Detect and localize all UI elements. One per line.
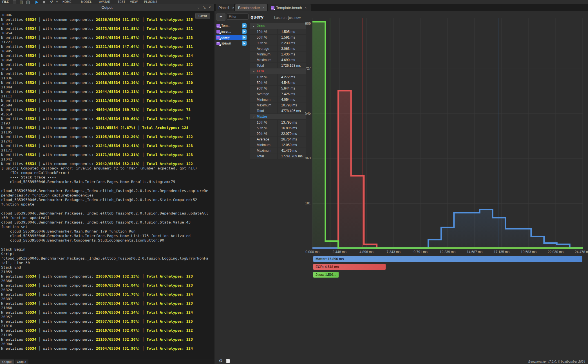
tab-template-bench[interactable]: Template.bench× [268, 4, 311, 11]
tab-close-icon[interactable]: × [262, 6, 265, 10]
histogram-svg [312, 18, 583, 249]
console-line: cloud_5853950046.Benchmarker.Packages._I… [1, 211, 208, 216]
benchmark-item-spawn[interactable]: spawn [216, 41, 247, 46]
stat-label: 90th % [250, 86, 277, 91]
console-line: 21241 [1, 139, 208, 144]
stop-button-icon[interactable] [43, 1, 45, 3]
save-file-icon[interactable] [26, 1, 30, 4]
stat-value: 2.230 ms [278, 40, 306, 46]
console-line: N entities 65534 │ with common component… [1, 26, 208, 31]
gear-icon[interactable]: ⚙ [219, 358, 223, 363]
stat-label: Minimum [250, 52, 277, 57]
console-line: 31221 [1, 40, 208, 44]
console-line: N entities 65534 │ with common component… [1, 99, 208, 103]
benchmark-item-label: spawn [221, 41, 231, 45]
filter-input[interactable] [227, 14, 249, 20]
dock-icon[interactable]: ⤡ [202, 5, 207, 10]
result-title: query [251, 14, 263, 20]
stat-value: 3.063 ms [278, 46, 306, 51]
script-icon [216, 36, 220, 39]
console-line: N entities 65534 │ with common component… [1, 90, 208, 94]
stat-label: Total [250, 63, 277, 68]
menu-plugins[interactable]: PLUGINS [144, 0, 157, 3]
stat-value: 4.690 ms [278, 57, 306, 62]
run-benchmark-button[interactable] [242, 35, 247, 40]
menu-home[interactable]: HOME [62, 0, 71, 3]
legend-label: Jecs: 1.591... [313, 272, 339, 278]
benchmark-item-label: query [221, 35, 230, 39]
console-line: :50 function updateAll [1, 216, 208, 220]
stats-section-name: Jecs [257, 24, 265, 28]
stat-value: 41.479 ms [278, 148, 306, 153]
docs-book-icon[interactable] [226, 359, 230, 363]
console-line: 21016 [1, 324, 208, 328]
close-icon[interactable]: × [207, 5, 212, 9]
stats-row: 10th %1.505 ms [250, 29, 306, 34]
y-axis-tick: 181 [295, 201, 311, 205]
stats-section-name: Matter [257, 115, 267, 119]
legend-bar-jecs[interactable]: Jecs: 1.591... [313, 272, 339, 278]
console-line: [Fusion] Computed callback error: invali… [1, 166, 208, 171]
add-benchmark-button[interactable]: + [216, 13, 225, 21]
open-file-icon[interactable] [20, 1, 23, 4]
stat-label: 10th % [250, 120, 277, 125]
menu-test[interactable]: TEST [118, 0, 126, 3]
console-line: Script [1, 252, 208, 256]
stat-label: Average [250, 137, 277, 142]
output-console[interactable]: 20886N entities 65534 │ with common comp… [0, 11, 214, 359]
menu-avatar[interactable]: AVATAR [99, 0, 110, 3]
x-axis-tick: 24.478 ms [571, 250, 588, 254]
tab-close-icon[interactable]: × [305, 6, 307, 10]
console-line: N entities 65534 │ with common component… [1, 274, 208, 279]
stats-row: 90th %22.070 ms [250, 131, 306, 136]
menu-view[interactable]: VIEW [130, 0, 138, 3]
legend-bar-matter[interactable]: Matter: 16.896 ms [313, 256, 582, 262]
stat-value: 4.548 ms [278, 80, 306, 85]
stats-row: Maximum41.479 ms [250, 148, 306, 153]
new-file-icon[interactable] [13, 1, 16, 4]
collapse-icon[interactable]: ⌄ [196, 5, 201, 9]
benchmark-item-Tem[interactable]: Tem... [216, 23, 247, 28]
chevron-down-icon: ⌄ [252, 69, 255, 73]
console-line: 20886 [1, 13, 208, 17]
benchmark-item-inser[interactable]: inser... [216, 29, 247, 34]
file-menu[interactable]: FILE [2, 0, 9, 3]
stats-row: 10th %4.272 ms [250, 74, 306, 80]
stat-value: 12.050 ms [278, 142, 306, 148]
console-line: 21042 [1, 157, 208, 162]
console-line: cloud_5853950046.Benchmarker.Main.Runner… [1, 229, 208, 234]
undo-icon[interactable]: ↺ [50, 0, 53, 4]
run-benchmark-button[interactable] [242, 41, 247, 46]
legend-bar-ecr[interactable]: ECR: 4.548 ms [313, 264, 386, 270]
script-icon [216, 42, 220, 45]
console-line [1, 207, 208, 211]
output-bottom-tab-2[interactable]: Output [15, 359, 28, 364]
tab-close-icon[interactable]: × [232, 6, 234, 10]
legend-label: Matter: 16.896 ms [313, 256, 582, 262]
run-benchmark-button[interactable] [242, 23, 247, 28]
play-button-icon[interactable] [35, 1, 38, 4]
console-line: N entities 65534 │ with common component… [1, 144, 208, 148]
clear-button[interactable]: Clear [195, 13, 210, 19]
benchmark-item-query[interactable]: query [216, 35, 247, 40]
undo-dropdown-icon[interactable]: ▾ [56, 0, 58, 3]
stats-row: Average7.426 ms [250, 91, 306, 97]
histogram-chart [312, 18, 583, 249]
benchmarker-panel: + Tem...inser...queryspawn query Last ru… [214, 11, 588, 364]
stat-value: 22.070 ms [278, 131, 306, 136]
console-line: cloud_5853950046.Benchmarker.Main.Interf… [1, 180, 208, 184]
result-last-run: Last run: just now [274, 16, 301, 20]
console-line: 21044 [1, 85, 208, 90]
output-bottom-tab-1[interactable]: Output [0, 359, 14, 364]
console-line: function set [1, 225, 208, 229]
console-line: N entities 65534 │ with common component… [1, 81, 208, 85]
tab-place1[interactable]: Place1× [216, 4, 234, 11]
console-line: ---- Stack trace ---- [1, 175, 208, 180]
run-benchmark-button[interactable] [242, 29, 247, 34]
stats-row: 50th %16.896 ms [250, 125, 306, 131]
console-line: N entities 65534 │ with common component… [1, 53, 208, 58]
menu-model[interactable]: MODEL [81, 0, 92, 3]
tab-benchmarker[interactable]: Benchmarker× [235, 4, 267, 11]
console-line: N entities 65534 │ with common component… [1, 135, 208, 139]
console-line: N entities 65534 │ with common component… [1, 35, 208, 40]
